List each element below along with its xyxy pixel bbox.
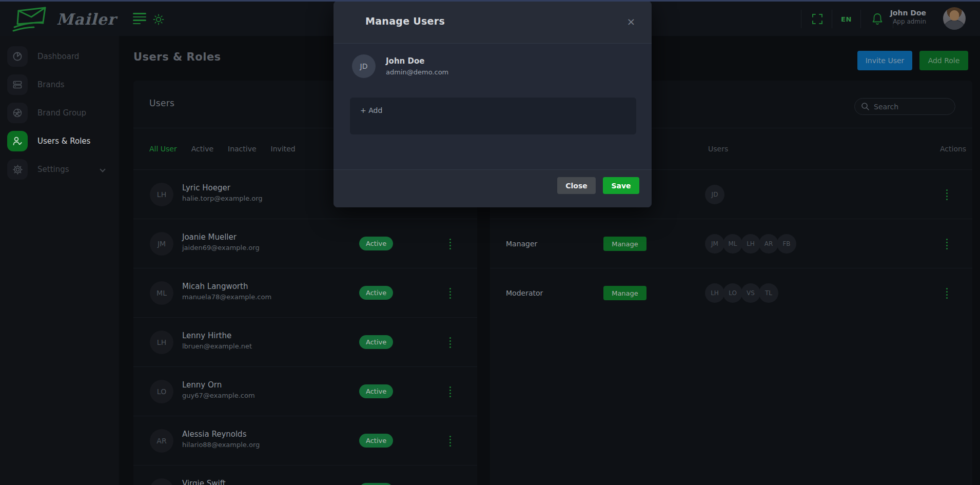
sidebar-item-label: Dashboard <box>37 52 79 61</box>
invite-user-button[interactable]: Invite User <box>857 51 912 70</box>
modal-user-row: JD John Doe admin@demo.com <box>352 54 448 78</box>
notifications-bell-icon[interactable] <box>871 12 884 26</box>
tab-active[interactable]: Active <box>191 145 213 153</box>
avatar: AR <box>150 429 173 453</box>
table-row: VS Virgie Swift Active <box>133 465 477 485</box>
add-user-box[interactable]: + Add <box>350 98 636 134</box>
status-badge: Active <box>359 434 393 448</box>
users-card-title: Users <box>149 98 174 108</box>
user-check-icon <box>7 131 28 151</box>
avatar: ML <box>723 234 742 254</box>
header-divider <box>860 10 861 28</box>
sidebar-item-users-roles[interactable]: Users & Roles <box>7 131 119 151</box>
save-button[interactable]: Save <box>603 177 639 194</box>
app-screen: Mailer EN <box>0 0 980 485</box>
language-selector[interactable]: EN <box>841 15 852 23</box>
users-list: LH Lyric Hoeger halie.torp@example.org J… <box>133 169 477 485</box>
app-logo[interactable]: Mailer <box>11 4 119 34</box>
column-header-actions: Actions <box>940 145 966 153</box>
brand-group-aperture-icon <box>7 103 28 123</box>
status-badge: Active <box>359 335 393 349</box>
sidebar-item-dashboard[interactable]: Dashboard <box>7 46 119 67</box>
mailer-envelope-icon <box>11 5 53 33</box>
add-label: + Add <box>360 106 382 114</box>
avatar: LO <box>150 380 173 403</box>
user-email: lbruen@example.net <box>182 342 252 350</box>
table-row: LO Lenny Orn guy67@example.com Active <box>133 366 477 416</box>
user-email: jaiden69@example.org <box>182 244 260 251</box>
manage-users-modal: Manage Users × JD John Doe admin@demo.co… <box>334 1 652 207</box>
sidebar-item-label: Users & Roles <box>37 137 90 146</box>
add-role-button[interactable]: Add Role <box>919 51 968 70</box>
avatar: FB <box>777 234 796 254</box>
sidebar-item-label: Settings <box>37 165 69 174</box>
row-actions-kebab-icon[interactable] <box>446 286 454 300</box>
row-actions-kebab-icon[interactable] <box>943 286 950 300</box>
manage-button[interactable]: Manage <box>603 286 646 300</box>
avatar: LH <box>741 234 760 254</box>
table-row: Moderator Manage LH LO VS TL <box>490 268 972 317</box>
sidebar-item-settings[interactable]: Settings <box>7 159 119 180</box>
brands-stack-icon <box>7 74 28 95</box>
sidebar-item-brand-group[interactable]: Brand Group <box>7 103 119 123</box>
theme-toggle-sun-icon[interactable] <box>153 14 164 25</box>
header-divider <box>832 10 832 28</box>
fullscreen-icon[interactable] <box>811 13 824 25</box>
avatar: JM <box>150 232 173 256</box>
row-actions-kebab-icon[interactable] <box>446 336 454 349</box>
row-actions-kebab-icon[interactable] <box>943 188 950 201</box>
sidebar-item-label: Brands <box>37 80 65 89</box>
tab-all-user[interactable]: All User <box>149 145 177 153</box>
user-menu[interactable]: John Doe App admin <box>890 9 926 25</box>
user-name: Lenny Hirthe <box>182 331 252 340</box>
search-icon <box>861 102 870 111</box>
user-name: Joanie Mueller <box>182 232 260 242</box>
user-name: Alessia Reynolds <box>182 430 260 439</box>
user-email: manuela78@example.com <box>182 293 271 301</box>
header-user-role: App admin <box>890 18 926 25</box>
table-row: AR Alessia Reynolds hilario88@example.or… <box>133 416 477 465</box>
manage-button[interactable]: Manage <box>603 237 646 251</box>
table-row: LH Lenny Hirthe lbruen@example.net Activ… <box>133 317 477 366</box>
status-badge: Active <box>359 237 393 250</box>
chevron-down-icon <box>100 166 105 172</box>
tab-inactive[interactable]: Inactive <box>228 145 257 153</box>
header-divider <box>801 10 801 28</box>
avatar: LH <box>150 331 173 354</box>
top-accent-line <box>0 0 980 2</box>
status-badge: Active <box>359 483 393 485</box>
modal-user-email: admin@demo.com <box>386 68 448 76</box>
cancel-button[interactable]: Close <box>557 177 596 194</box>
menu-toggle-icon[interactable] <box>133 13 148 25</box>
modal-header: Manage Users × <box>334 1 652 44</box>
modal-user-name: John Doe <box>386 56 448 66</box>
user-avatar[interactable] <box>943 7 966 30</box>
dashboard-pie-icon <box>7 46 28 67</box>
avatar: JD <box>352 54 376 78</box>
row-actions-kebab-icon[interactable] <box>446 434 454 448</box>
modal-title: Manage Users <box>365 15 445 27</box>
close-icon[interactable]: × <box>624 14 638 29</box>
user-name: Lenny Orn <box>182 380 255 390</box>
roles-search <box>854 98 955 115</box>
table-row: Manager Manage JM ML LH AR FB <box>490 219 972 268</box>
avatar: JM <box>705 234 724 254</box>
sidebar-item-label: Brand Group <box>37 108 86 118</box>
avatar: LO <box>723 283 742 303</box>
row-actions-kebab-icon[interactable] <box>446 237 454 250</box>
user-email: halie.torp@example.org <box>182 195 263 202</box>
avatar: ML <box>150 281 173 305</box>
role-name: Manager <box>506 240 537 248</box>
search-input[interactable] <box>874 103 946 111</box>
sidebar-item-brands[interactable]: Brands <box>7 74 119 95</box>
user-name: Lyric Hoeger <box>182 183 263 192</box>
avatar: TL <box>759 283 778 303</box>
avatar: AR <box>759 234 778 254</box>
table-row: JM Joanie Mueller jaiden69@example.org A… <box>133 219 477 268</box>
user-email: hilario88@example.org <box>182 441 260 449</box>
row-actions-kebab-icon[interactable] <box>446 385 454 398</box>
status-badge: Active <box>359 384 393 398</box>
row-actions-kebab-icon[interactable] <box>943 237 950 250</box>
tab-invited[interactable]: Invited <box>271 145 296 153</box>
avatar: VS <box>150 478 173 485</box>
